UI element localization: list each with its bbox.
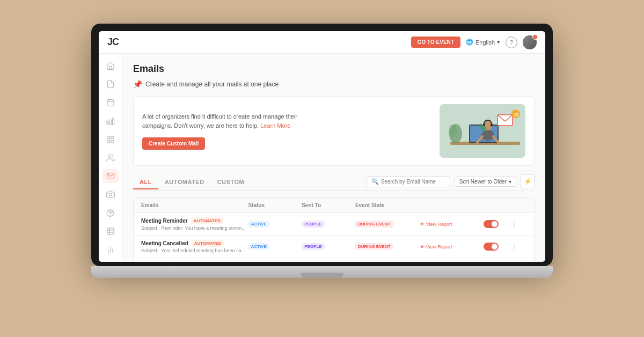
email-name-cell: Meeting Cancelled AUTOMATED Subject : Yo… — [141, 240, 248, 253]
more-button[interactable]: ⋮ — [510, 243, 518, 251]
filter-button[interactable]: ⚡ — [521, 174, 535, 188]
table-row: Meeting Cancelled AUTOMATED Subject : Yo… — [134, 236, 534, 258]
table-row: Meeting Invite is Rejected AUTOMATED Sub… — [134, 258, 534, 262]
sent-to-cell: PEOPLE — [302, 243, 355, 250]
more-cell: ⋮ — [510, 220, 526, 229]
svg-point-12 — [109, 193, 112, 196]
sidebar-item-home[interactable] — [103, 59, 119, 73]
language-label: English — [475, 39, 495, 46]
help-button[interactable]: ? — [506, 36, 517, 48]
sidebar-item-package[interactable] — [103, 206, 119, 220]
svg-rect-7 — [107, 136, 110, 139]
col-sent-to: Sent To — [302, 202, 355, 208]
app-header: JC GO TO EVENT 🌐 English ▾ ? i — [99, 31, 545, 54]
page-subtitle: Create and manage all your mails at one … — [145, 80, 279, 88]
sidebar-item-document[interactable] — [103, 77, 119, 91]
col-report — [420, 202, 484, 208]
more-button[interactable]: ⋮ — [510, 220, 518, 229]
tab-custom[interactable]: CUSTOM — [211, 175, 251, 189]
tabs-row: ALL AUTOMATED CUSTOM 🔍 Sort New — [133, 174, 535, 191]
svg-rect-15 — [107, 228, 114, 235]
avatar-badge: i — [532, 34, 538, 40]
col-status: Status — [248, 202, 302, 208]
sort-select[interactable]: Sort Newer to Older ▾ — [455, 177, 516, 187]
sidebar-item-email[interactable] — [103, 169, 119, 183]
email-subject: Subject : Reminder: You have a meeting c… — [141, 225, 248, 231]
sidebar-item-chart[interactable] — [103, 114, 119, 128]
sidebar — [99, 54, 122, 262]
col-emails: Emails — [141, 202, 248, 208]
go-to-event-button[interactable]: GO TO EVENT — [411, 36, 460, 48]
col-toggle — [484, 202, 510, 208]
toggle-knob — [492, 244, 497, 250]
search-input[interactable] — [381, 179, 445, 185]
sort-label: Sort Newer to Older — [459, 179, 507, 185]
svg-rect-0 — [107, 100, 114, 106]
toggle-cell — [484, 220, 510, 228]
search-icon: 🔍 — [371, 178, 379, 185]
view-report-button[interactable]: 👁 View Report — [420, 222, 452, 227]
svg-point-11 — [108, 155, 111, 157]
subtitle-row: 📌 Create and manage all your mails at on… — [133, 80, 535, 89]
avatar[interactable]: i — [523, 35, 537, 49]
status-cell: ACTIVE — [248, 243, 302, 250]
svg-point-26 — [481, 130, 494, 141]
svg-text:@: @ — [514, 112, 519, 117]
promo-text: A lot of organizers find it difficult to… — [142, 112, 440, 150]
email-toggle[interactable] — [484, 243, 499, 251]
event-state-cell: DURING EVENT — [355, 221, 420, 228]
toggle-knob — [492, 221, 497, 227]
status-badge: ACTIVE — [248, 243, 269, 250]
globe-icon: 🌐 — [466, 39, 473, 46]
svg-point-36 — [449, 124, 457, 137]
promo-illustration: @ — [440, 104, 525, 158]
svg-rect-10 — [111, 140, 114, 143]
toggle-cell — [484, 243, 510, 251]
email-toggle[interactable] — [484, 220, 499, 228]
sent-to-badge: PEOPLE — [302, 243, 324, 250]
svg-rect-9 — [107, 140, 110, 143]
tabs-right: 🔍 Sort Newer to Older ▾ ⚡ — [367, 174, 535, 191]
email-name: Meeting Reminder AUTOMATED — [141, 217, 248, 224]
eye-icon: 👁 — [420, 222, 425, 227]
search-box: 🔍 — [367, 176, 450, 187]
chevron-sort-icon: ▾ — [509, 179, 511, 185]
status-badge: ACTIVE — [248, 221, 269, 228]
promo-description: A lot of organizers find it difficult to… — [142, 112, 440, 130]
promo-image: @ — [440, 104, 525, 158]
create-custom-mail-button[interactable]: Create Custom Mail — [142, 137, 205, 150]
svg-rect-6 — [107, 121, 108, 124]
tab-automated[interactable]: AUTOMATED — [158, 175, 211, 189]
language-selector[interactable]: 🌐 English ▾ — [466, 39, 500, 46]
svg-rect-29 — [491, 123, 493, 127]
learn-more-link[interactable]: Learn More — [260, 122, 290, 129]
col-event-state: Event State — [355, 202, 420, 208]
main-content: Emails 📌 Create and manage all your mail… — [122, 54, 545, 262]
email-pin-icon: 📌 — [133, 80, 142, 89]
sidebar-item-grid[interactable] — [103, 133, 119, 146]
sidebar-item-barchart[interactable] — [103, 243, 119, 257]
sidebar-item-calendar[interactable] — [103, 96, 119, 109]
page-title: Emails — [133, 63, 535, 75]
more-cell: ⋮ — [510, 243, 526, 251]
automated-badge: AUTOMATED — [191, 217, 223, 224]
email-name-cell: Meeting Reminder AUTOMATED Subject : Rem… — [141, 217, 248, 231]
email-table: Emails Status Sent To Event State — [133, 197, 535, 262]
view-report-button[interactable]: 👁 View Report — [420, 244, 452, 250]
sidebar-item-camera[interactable] — [103, 187, 119, 201]
col-more — [510, 202, 526, 208]
status-cell: ACTIVE — [248, 221, 302, 228]
report-cell: 👁 View Report — [420, 222, 484, 227]
email-subject: Subject : Your Scheduled meeting has bee… — [141, 248, 248, 253]
sidebar-item-people[interactable] — [103, 151, 119, 165]
svg-line-13 — [109, 210, 112, 211]
sent-to-badge: PEOPLE — [302, 221, 324, 228]
table-row: Meeting Reminder AUTOMATED Subject : Rem… — [134, 213, 534, 236]
tab-all[interactable]: ALL — [133, 175, 158, 189]
app-logo: JC — [107, 36, 119, 48]
sidebar-item-table[interactable] — [103, 224, 119, 238]
table-header: Emails Status Sent To Event State — [134, 198, 534, 213]
tabs-left: ALL AUTOMATED CUSTOM — [133, 175, 251, 189]
event-state-badge: DURING EVENT — [355, 221, 393, 228]
event-state-badge: DURING EVENT — [355, 243, 393, 250]
